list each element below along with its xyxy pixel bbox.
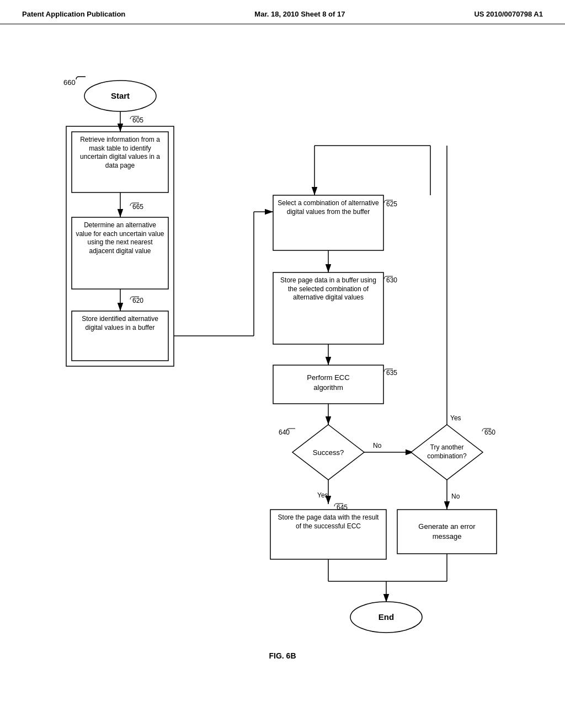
fig-label: FIG. 6B: [269, 651, 296, 660]
flowchart-svg: 660 Start 605 Retrieve information from …: [0, 24, 565, 697]
retrieve-text: Retrieve information from a mask table t…: [73, 133, 167, 172]
determine-text: Determine an alternative value for each …: [73, 219, 167, 258]
generate-error-text2: message: [433, 532, 462, 540]
generate-error-box: [397, 510, 497, 554]
store-result-text: Store the page data with the result of t…: [272, 511, 385, 533]
no2-label: No: [451, 493, 460, 500]
no1-label: No: [373, 442, 382, 449]
select-text: Select a combination of alternative digi…: [275, 197, 382, 218]
label-665: 665: [132, 203, 143, 211]
label-650: 650: [484, 429, 495, 436]
generate-error-text1: Generate an error: [418, 522, 476, 531]
ecc-text-line2: algorithm: [313, 383, 343, 392]
ecc-text-line1: Perform ECC: [307, 373, 349, 382]
try-another-text2: combination?: [427, 452, 467, 460]
header-right: US 2010/0070798 A1: [474, 10, 543, 18]
label-625: 625: [386, 200, 397, 208]
yes2-label: Yes: [450, 414, 461, 422]
success-text: Success?: [313, 448, 344, 457]
end-label: End: [379, 612, 394, 622]
store-page-text: Store page data in a buffer using the se…: [275, 274, 382, 304]
yes1-label: Yes: [317, 491, 328, 499]
store-identified-text: Store identified alternative digital val…: [73, 313, 167, 334]
label-635: 635: [386, 369, 397, 377]
header-center: Mar. 18, 2010 Sheet 8 of 17: [254, 10, 345, 18]
page-header: Patent Application Publication Mar. 18, …: [0, 0, 565, 24]
label-630: 630: [386, 276, 397, 284]
label-620: 620: [132, 297, 143, 304]
label-640: 640: [279, 429, 290, 436]
try-another-text1: Try another: [430, 443, 464, 451]
start-label: Start: [111, 91, 130, 100]
label-605: 605: [132, 116, 143, 124]
header-left: Patent Application Publication: [22, 10, 125, 18]
label-660: 660: [63, 78, 76, 87]
diagram-area: 660 Start 605 Retrieve information from …: [0, 24, 565, 697]
